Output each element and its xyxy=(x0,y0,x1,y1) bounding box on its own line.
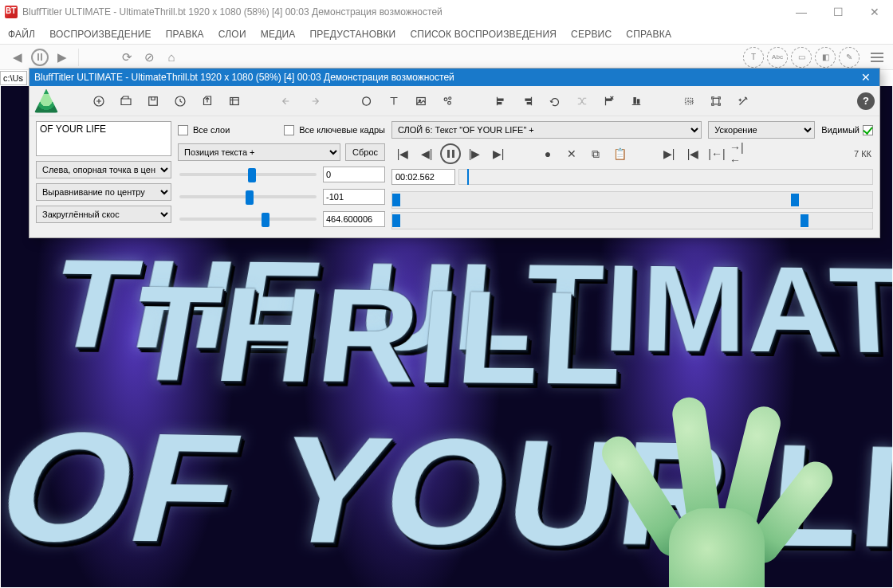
add-particle-layer-button[interactable] xyxy=(436,89,460,113)
keyframe-track-1[interactable] xyxy=(391,191,873,209)
tool-shapes-dashed-icon[interactable]: ◧ xyxy=(815,47,836,68)
reset-button[interactable]: Сброс xyxy=(345,143,385,161)
child-close-button[interactable]: ✕ xyxy=(857,69,875,86)
maximize-button[interactable]: ☐ xyxy=(820,0,856,24)
svg-point-7 xyxy=(449,96,451,99)
recent-button[interactable] xyxy=(168,89,192,113)
playhead[interactable] xyxy=(467,169,469,185)
scene-text-line-1: THRILL xyxy=(118,257,626,414)
close-button[interactable]: ✕ xyxy=(856,0,893,24)
main-titlebar: BluffTitler ULTIMATE - UltimateThrill.bt… xyxy=(0,0,893,24)
menu-playlist[interactable]: СПИСОК ВОСПРОИЗВЕДЕНИЯ xyxy=(410,29,557,40)
child-titlebar[interactable]: BluffTitler ULTIMATE - UltimateThrill.bt… xyxy=(30,69,879,86)
slider-z[interactable] xyxy=(179,218,317,221)
shuffle-button[interactable] xyxy=(570,89,594,113)
menu-help[interactable]: СПРАВКА xyxy=(626,29,671,40)
prev-frame-button[interactable]: ◀| xyxy=(415,143,438,164)
menu-file[interactable]: ФАЙЛ xyxy=(8,29,35,40)
render-button[interactable] xyxy=(222,89,246,113)
main-toolbar: ◀ ▶ ⟳ ⊘ ⌂ T Abc ▭ ◧ ✎ xyxy=(0,45,893,70)
record-keyframe-button[interactable]: ● xyxy=(537,143,559,164)
keyframe[interactable] xyxy=(392,214,400,227)
property-combo[interactable]: Позиция текста + xyxy=(178,143,340,161)
magic-button[interactable] xyxy=(731,89,755,113)
goto-start-button[interactable]: |◀ xyxy=(391,143,414,164)
minimize-button[interactable]: — xyxy=(783,0,820,24)
visible-checkbox[interactable] xyxy=(863,125,873,135)
bevel-combo[interactable]: Закруглённый скос xyxy=(36,206,171,223)
align-right-button[interactable] xyxy=(516,89,540,113)
tool-image-dashed-icon[interactable]: ▭ xyxy=(791,47,812,68)
svg-rect-3 xyxy=(230,97,239,104)
help-button[interactable]: ? xyxy=(857,92,875,110)
undo-button[interactable] xyxy=(275,89,299,113)
timeline-track[interactable] xyxy=(458,169,873,185)
align-bottom-button[interactable] xyxy=(624,89,648,113)
new-show-button[interactable] xyxy=(87,89,111,113)
align-left-button[interactable] xyxy=(489,89,513,113)
slider-x[interactable] xyxy=(179,173,317,176)
scene-text-line-0: THE ULTIMATE xyxy=(37,232,892,382)
goto-end-button[interactable]: ▶| xyxy=(487,143,509,164)
child-window-title: BluffTitler ULTIMATE - UltimateThrill.bt… xyxy=(34,72,454,83)
menu-service[interactable]: СЕРВИС xyxy=(571,29,612,40)
trim-out-button[interactable]: |◀ xyxy=(682,143,704,164)
export-button[interactable] xyxy=(195,89,219,113)
layer-text-input[interactable]: OF YOUR LIFE xyxy=(36,121,171,156)
scene-text-line-2: OF YOUR LIFE xyxy=(1,397,892,581)
tool-pen-dashed-icon[interactable]: ✎ xyxy=(839,47,860,68)
open-button[interactable] xyxy=(114,89,138,113)
snap-left-button[interactable]: |←| xyxy=(706,143,728,164)
pause-icon xyxy=(440,143,461,164)
keyframe[interactable] xyxy=(392,194,400,206)
all-layers-checkbox[interactable] xyxy=(178,125,188,135)
tool-abc-dashed-icon[interactable]: Abc xyxy=(767,47,788,68)
halign-combo[interactable]: Слева, опорная точка в центре xyxy=(36,161,171,178)
keyframe[interactable] xyxy=(791,194,799,206)
hamburger-menu[interactable] xyxy=(867,53,887,62)
value-x[interactable] xyxy=(323,167,385,182)
layer-select[interactable]: СЛОЙ 6: Текст "OF YOUR LIFE" + xyxy=(391,121,702,139)
menu-presets[interactable]: ПРЕДУСТАНОВКИ xyxy=(310,29,396,40)
rotate-button[interactable] xyxy=(543,89,567,113)
snap-both-button[interactable]: →|← xyxy=(730,143,752,164)
value-z[interactable] xyxy=(323,211,385,227)
address-bar[interactable] xyxy=(0,71,27,85)
pause-button[interactable] xyxy=(29,46,51,69)
all-keyframes-checkbox[interactable] xyxy=(284,125,294,135)
timecode-input[interactable] xyxy=(391,169,455,185)
next-frame-button[interactable]: |▶ xyxy=(463,143,486,164)
forward-button[interactable]: ▶ xyxy=(51,46,73,69)
fullscreen-button[interactable] xyxy=(704,89,728,113)
all-layers-label: Все слои xyxy=(193,125,230,135)
keyframe-track-2[interactable] xyxy=(391,212,873,229)
svg-rect-1 xyxy=(149,96,158,105)
play-pause-button[interactable] xyxy=(439,143,462,164)
home-button[interactable]: ⌂ xyxy=(160,46,183,69)
back-button[interactable]: ◀ xyxy=(6,46,29,69)
menu-playback[interactable]: ВОСПРОИЗВЕДЕНИЕ xyxy=(49,29,151,40)
acceleration-select[interactable]: Ускорение xyxy=(708,121,815,139)
refresh-button[interactable]: ⟳ xyxy=(116,46,138,69)
menu-layers[interactable]: СЛОИ xyxy=(218,29,246,40)
slider-y[interactable] xyxy=(179,195,317,198)
redo-button[interactable] xyxy=(302,89,326,113)
fit-text-button[interactable]: Abc xyxy=(677,89,701,113)
delete-layer-button[interactable] xyxy=(597,89,621,113)
paste-keyframe-button[interactable]: 📋 xyxy=(608,143,631,164)
keyframe[interactable] xyxy=(801,214,808,227)
tool-text-dashed-icon[interactable]: T xyxy=(743,47,764,68)
add-image-layer-button[interactable] xyxy=(409,89,433,113)
menu-media[interactable]: МЕДИА xyxy=(261,29,296,40)
valign-combo[interactable]: Выравнивание по центру xyxy=(36,183,171,201)
trim-in-button[interactable]: ▶| xyxy=(658,143,680,164)
menu-edit[interactable]: ПРАВКА xyxy=(166,29,204,40)
add-text-layer-button[interactable] xyxy=(382,89,406,113)
delete-keyframe-button[interactable]: ✕ xyxy=(561,143,583,164)
svg-point-8 xyxy=(448,101,451,104)
add-blob-layer-button[interactable] xyxy=(355,89,379,113)
value-y[interactable] xyxy=(323,189,385,205)
save-button[interactable] xyxy=(141,89,165,113)
copy-keyframe-button[interactable]: ⧉ xyxy=(584,143,607,164)
stop-button[interactable]: ⊘ xyxy=(138,46,160,69)
